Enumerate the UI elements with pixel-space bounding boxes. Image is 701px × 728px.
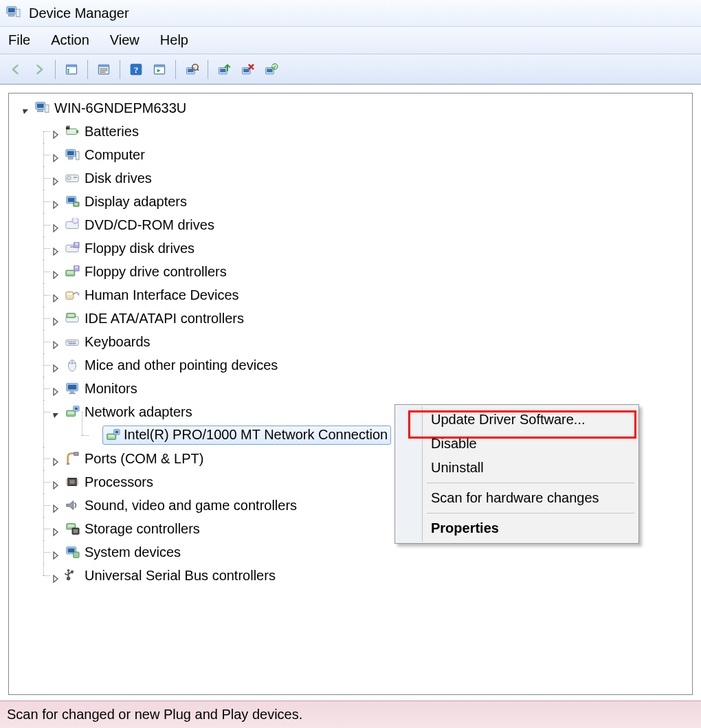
context-menu-update-driver[interactable]: Update Driver Software... bbox=[397, 408, 637, 432]
tree-item[interactable]: System devices bbox=[9, 540, 692, 564]
expander-icon[interactable] bbox=[52, 126, 61, 136]
tree-item[interactable]: IDE ATA/ATAPI controllers bbox=[9, 307, 692, 330]
tree-item[interactable]: Human Interface Devices bbox=[9, 283, 692, 307]
context-menu-uninstall[interactable]: Uninstall bbox=[397, 456, 637, 480]
tree-item-label: Batteries bbox=[85, 124, 139, 140]
tree-item-label: Monitors bbox=[85, 381, 137, 397]
disk-drive-icon bbox=[64, 170, 80, 186]
tree-item-label: Sound, video and game controllers bbox=[85, 498, 297, 514]
expander-icon[interactable] bbox=[52, 337, 61, 346]
expander-icon[interactable] bbox=[52, 571, 61, 580]
status-bar: Scan for changed or new Plug and Play de… bbox=[0, 701, 701, 728]
update-driver-icon bbox=[216, 63, 232, 76]
context-menu-scan-hardware[interactable]: Scan for hardware changes bbox=[397, 486, 637, 510]
toolbar-separator bbox=[175, 60, 176, 79]
expander-icon[interactable] bbox=[52, 477, 61, 487]
floppy-controller-icon bbox=[64, 264, 80, 279]
tree-item-label: Storage controllers bbox=[85, 521, 200, 537]
expander-icon[interactable] bbox=[52, 384, 61, 393]
context-menu-properties[interactable]: Properties bbox=[397, 516, 637, 540]
ide-controller-icon bbox=[64, 311, 80, 326]
expander-icon[interactable] bbox=[52, 454, 61, 463]
battery-icon bbox=[64, 124, 80, 139]
properties-icon bbox=[96, 63, 111, 76]
expander-icon[interactable] bbox=[21, 103, 31, 113]
toolbar-update-driver-button[interactable] bbox=[214, 59, 234, 80]
expander-icon[interactable] bbox=[52, 407, 61, 417]
toolbar-separator bbox=[87, 60, 88, 79]
expander-icon[interactable] bbox=[52, 547, 61, 557]
expander-icon[interactable] bbox=[52, 360, 61, 370]
network-adapter-icon bbox=[104, 428, 121, 443]
tree-item-label: Universal Serial Bus controllers bbox=[85, 568, 276, 584]
tree-item-label: DVD/CD-ROM drives bbox=[85, 217, 214, 233]
expander-icon[interactable] bbox=[52, 243, 61, 253]
display-adapter-icon bbox=[64, 194, 80, 209]
tree-item-label: Floppy disk drives bbox=[85, 241, 194, 256]
menu-action[interactable]: Action bbox=[51, 32, 89, 48]
device-manager-icon bbox=[5, 5, 22, 21]
refresh-icon bbox=[152, 63, 167, 76]
window-title: Device Manager bbox=[29, 5, 129, 21]
expander-icon[interactable] bbox=[52, 290, 61, 300]
forward-icon bbox=[32, 63, 47, 76]
toolbar-scan-hardware-button[interactable] bbox=[181, 59, 202, 80]
tree-item[interactable]: Display adapters bbox=[9, 190, 692, 213]
toolbar-refresh-button[interactable] bbox=[149, 59, 170, 80]
toolbar-uninstall-device-button[interactable] bbox=[260, 59, 281, 80]
sound-icon bbox=[64, 498, 80, 513]
menu-bar: File Action View Help bbox=[0, 27, 701, 54]
hid-icon bbox=[64, 287, 80, 302]
tree-item-label: System devices bbox=[85, 544, 181, 560]
expander-icon[interactable] bbox=[52, 524, 61, 533]
expander-icon[interactable] bbox=[52, 150, 61, 159]
tree-item[interactable]: DVD/CD-ROM drives bbox=[9, 213, 692, 236]
device-tree-panel: WIN-6GNDEPM633U BatteriesComputerDisk dr… bbox=[8, 93, 693, 695]
tree-item[interactable]: Keyboards bbox=[9, 330, 692, 353]
toolbar-show-hide-tree-button[interactable] bbox=[61, 59, 82, 80]
context-menu-disable[interactable]: Disable bbox=[397, 432, 637, 456]
toolbar-forward-button[interactable] bbox=[29, 59, 49, 80]
tree-item-label: Floppy drive controllers bbox=[85, 264, 227, 280]
system-device-icon bbox=[64, 544, 80, 560]
toolbar-disable-device-button[interactable] bbox=[237, 59, 258, 80]
computer-icon bbox=[64, 147, 80, 162]
expander-icon[interactable] bbox=[52, 173, 61, 183]
menu-view[interactable]: View bbox=[110, 32, 140, 48]
expander-icon[interactable] bbox=[52, 220, 61, 230]
menu-file[interactable]: File bbox=[8, 32, 30, 48]
processor-icon bbox=[64, 474, 80, 489]
expander-icon[interactable] bbox=[52, 197, 61, 206]
tree-item[interactable]: Floppy drive controllers bbox=[9, 260, 692, 283]
menu-help[interactable]: Help bbox=[160, 32, 188, 48]
toolbar-back-button[interactable] bbox=[5, 59, 26, 80]
tree-item-label: Keyboards bbox=[85, 334, 151, 350]
expander-icon[interactable] bbox=[52, 313, 61, 323]
context-menu: Update Driver Software... Disable Uninst… bbox=[394, 404, 639, 544]
tree-item[interactable]: Monitors bbox=[9, 377, 692, 400]
tree-item[interactable]: Floppy disk drives bbox=[9, 236, 692, 260]
toolbar-separator bbox=[120, 60, 120, 79]
tree-item[interactable]: Mice and other pointing devices bbox=[9, 353, 692, 377]
tree-item[interactable]: Computer bbox=[9, 143, 692, 166]
title-bar: Device Manager bbox=[0, 0, 701, 27]
tree-item[interactable]: Batteries bbox=[9, 120, 692, 143]
show-hide-tree-icon bbox=[64, 63, 79, 76]
context-menu-separator bbox=[427, 513, 634, 514]
toolbar-help-button[interactable] bbox=[126, 59, 146, 80]
uninstall-device-icon bbox=[263, 63, 278, 76]
tree-item[interactable]: Universal Serial Bus controllers bbox=[9, 564, 692, 587]
tree-root-label: WIN-6GNDEPM633U bbox=[54, 100, 186, 116]
network-adapter-icon bbox=[64, 404, 80, 419]
toolbar-properties-button[interactable] bbox=[93, 59, 114, 80]
usb-icon bbox=[64, 568, 80, 583]
toolbar-separator bbox=[208, 60, 208, 79]
tree-item-label: IDE ATA/ATAPI controllers bbox=[85, 311, 244, 327]
tree-item-label: Ports (COM & LPT) bbox=[85, 451, 203, 467]
expander-icon[interactable] bbox=[52, 267, 61, 276]
tree-item-label: Intel(R) PRO/1000 MT Network Connection bbox=[124, 427, 388, 443]
tree-item-label: Human Interface Devices bbox=[85, 287, 239, 303]
expander-icon[interactable] bbox=[52, 500, 61, 510]
tree-item-label: Computer bbox=[85, 147, 145, 163]
tree-item[interactable]: Disk drives bbox=[9, 166, 692, 190]
